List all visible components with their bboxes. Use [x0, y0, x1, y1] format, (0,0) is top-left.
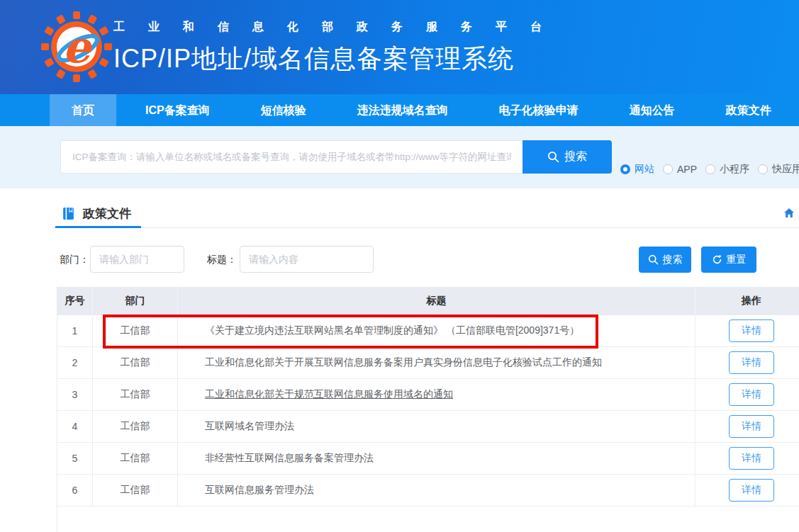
table-row: 3 工信部 工业和信息化部关于规范互联网信息服务使用域名的通知 详情 — [57, 379, 799, 411]
query-type-radio-group: 网站 APP 小程序 快应用 — [620, 163, 799, 176]
row-title: 互联网信息服务管理办法 — [178, 475, 695, 506]
icp-search-strip: 搜索 — [0, 126, 799, 188]
filter-reset-label: 重置 — [727, 254, 747, 266]
filter-search-button[interactable]: 搜索 — [639, 247, 691, 273]
radio-miniprogram[interactable]: 小程序 — [705, 163, 749, 176]
magnifier-icon — [648, 254, 659, 265]
col-header-title: 标题 — [178, 287, 695, 315]
radio-miniprogram-label: 小程序 — [720, 163, 749, 176]
nav-item-home[interactable]: 首页 — [50, 94, 116, 126]
row-title-text[interactable]: 工业和信息化部关于开展互联网信息服务备案用户真实身份信息电子化核验试点工作的通知 — [205, 356, 602, 369]
row-title: 非经营性互联网信息服务备案管理办法 — [178, 443, 695, 474]
radio-app[interactable]: APP — [663, 164, 697, 175]
row-action: 详情 — [695, 347, 799, 378]
nav-item-notices[interactable]: 通知公告 — [608, 94, 697, 126]
radio-quickapp-dot — [758, 164, 768, 174]
radio-miniprogram-dot — [705, 164, 715, 174]
row-title: 《关于建立境内违法互联网站黑名单管理制度的通知》 （工信部联电管[2009]37… — [178, 315, 695, 346]
nav-item-sms-verify[interactable]: 短信核验 — [239, 94, 328, 126]
site-banner: e 工业和信息化部政务服务平台 ICP/IP地址/域名信息备案管理系统 — [0, 0, 799, 94]
radio-quickapp[interactable]: 快应用 — [758, 163, 799, 176]
radio-website-dot — [620, 164, 630, 174]
radio-quickapp-label: 快应用 — [772, 163, 799, 176]
row-dept: 工信部 — [93, 347, 178, 378]
row-seq: 3 — [57, 379, 93, 410]
table-row: 1 工信部 《关于建立境内违法互联网站黑名单管理制度的通知》 （工信部联电管[2… — [57, 315, 799, 347]
row-dept: 工信部 — [93, 315, 178, 346]
dept-filter-label: 部门： — [60, 246, 89, 273]
col-header-action: 操作 — [695, 287, 799, 315]
row-action: 详情 — [695, 315, 799, 346]
row-seq: 1 — [57, 315, 93, 346]
row-title-text[interactable]: 互联网域名管理办法 — [205, 420, 294, 433]
refresh-icon — [712, 254, 722, 265]
detail-button[interactable]: 详情 — [729, 479, 774, 502]
radio-app-label: APP — [677, 164, 697, 175]
nav-item-illegal-domain-query[interactable]: 违法违规域名查询 — [335, 94, 470, 126]
detail-button[interactable]: 详情 — [729, 415, 774, 438]
icp-search-input[interactable] — [60, 140, 523, 174]
row-title-text[interactable]: 《关于建立境内违法互联网站黑名单管理制度的通知》 （工信部联电管[2009]37… — [205, 324, 579, 337]
policy-book-icon — [61, 206, 76, 221]
miit-gear-e-logo: e — [41, 11, 112, 82]
row-title: 互联网域名管理办法 — [178, 411, 695, 442]
row-title-text[interactable]: 非经营性互联网信息服务备案管理办法 — [205, 452, 374, 465]
table-header-row: 序号 部门 标题 操作 — [57, 287, 799, 315]
radio-website[interactable]: 网站 — [620, 163, 654, 176]
gear-e-logo-icon: e — [41, 11, 112, 82]
row-action: 详情 — [695, 443, 799, 474]
col-header-seq: 序号 — [57, 287, 93, 315]
section-header: 政策文件 首页 > 政策文件 — [53, 197, 799, 228]
row-dept: 工信部 — [93, 475, 178, 506]
nav-item-policy-files[interactable]: 政策文件 — [704, 94, 793, 126]
nav-item-icp-query[interactable]: ICP备案查询 — [123, 94, 232, 126]
table-row: 2 工信部 工业和信息化部关于开展互联网信息服务备案用户真实身份信息电子化核验试… — [57, 347, 799, 379]
table-row: 4 工信部 互联网域名管理办法 详情 — [57, 411, 799, 443]
policy-table: 序号 部门 标题 操作 1 工信部 《关于建立境内违法互联网站黑名单管理制度的通… — [57, 287, 799, 532]
table-row: 5 工信部 非经营性互联网信息服务备案管理办法 详情 — [57, 443, 799, 475]
radio-website-label: 网站 — [635, 163, 654, 176]
row-seq: 2 — [57, 347, 93, 378]
row-action: 详情 — [695, 379, 799, 410]
row-title: 工业和信息化部关于开展互联网信息服务备案用户真实身份信息电子化核验试点工作的通知 — [178, 347, 695, 378]
house-icon — [783, 208, 795, 218]
col-header-dept: 部门 — [93, 287, 178, 315]
radio-app-dot — [663, 164, 673, 174]
svg-text:e: e — [62, 21, 93, 73]
row-seq: 5 — [57, 443, 93, 474]
row-seq: 4 — [57, 411, 93, 442]
main-nav: 首页 ICP备案查询 短信核验 违法违规域名查询 电子化核验申请 通知公告 政策… — [0, 94, 799, 126]
platform-name: 工业和信息化部政务服务平台 — [113, 20, 565, 35]
filter-bar: 部门： 标题： 搜索 重置 — [0, 239, 799, 274]
table-row: 6 工信部 互联网信息服务管理办法 详情 — [57, 475, 799, 506]
row-dept: 工信部 — [93, 411, 178, 442]
breadcrumb: 首页 > 政策文件 — [783, 206, 799, 219]
dept-filter-input[interactable] — [90, 246, 184, 273]
section-title: 政策文件 — [83, 205, 131, 222]
row-dept: 工信部 — [93, 443, 178, 474]
detail-button[interactable]: 详情 — [729, 383, 774, 406]
magnifier-icon — [547, 151, 559, 163]
row-dept: 工信部 — [93, 379, 178, 410]
section-title-tab: 政策文件 — [55, 201, 141, 228]
filter-reset-button[interactable]: 重置 — [701, 247, 756, 273]
detail-button[interactable]: 详情 — [729, 319, 774, 342]
page-root: e 工业和信息化部政务服务平台 ICP/IP地址/域名信息备案管理系统 首页 I… — [0, 0, 799, 532]
nav-item-e-verify-apply[interactable]: 电子化核验申请 — [477, 94, 600, 126]
row-title-text[interactable]: 互联网信息服务管理办法 — [205, 484, 314, 497]
row-seq: 6 — [57, 475, 93, 506]
detail-button[interactable]: 详情 — [729, 351, 774, 374]
filter-search-label: 搜索 — [663, 254, 683, 266]
row-action: 详情 — [695, 411, 799, 442]
row-action: 详情 — [695, 475, 799, 506]
system-title: ICP/IP地址/域名信息备案管理系统 — [113, 42, 565, 77]
title-filter-label: 标题： — [207, 246, 237, 273]
row-title: 工业和信息化部关于规范互联网信息服务使用域名的通知 — [178, 379, 695, 410]
icp-search-button-label: 搜索 — [564, 149, 587, 164]
title-filter-input[interactable] — [240, 246, 374, 273]
icp-search-button[interactable]: 搜索 — [523, 140, 612, 174]
detail-button[interactable]: 详情 — [729, 447, 774, 470]
row-title-link[interactable]: 工业和信息化部关于规范互联网信息服务使用域名的通知 — [205, 388, 453, 401]
